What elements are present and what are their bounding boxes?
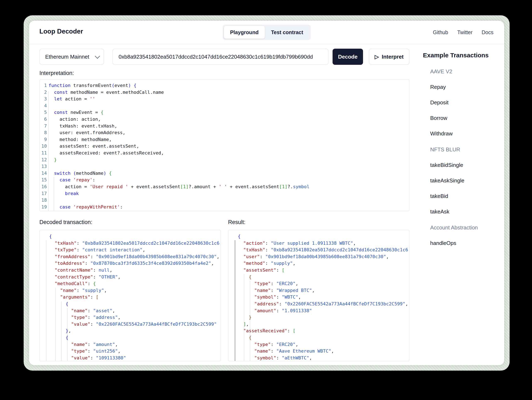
play-icon: ▷ [375,54,379,59]
sidebar-section-aave-v2: AAVE V2 Repay Deposit Borrow Withdraw [423,68,504,137]
sidebar-item-withdraw[interactable]: Withdraw [430,130,504,137]
header-links: Github Twitter Docs [433,21,494,44]
docs-link[interactable]: Docs [482,29,494,35]
sidebar-item-deposit[interactable]: Deposit [430,99,504,106]
header: Loop Decoder Playground Test contract Gi… [29,21,504,44]
example-transactions-sidebar: Example Transactions AAVE V2 Repay Depos… [423,52,504,246]
decoded-transaction-panel[interactable]: { "txHash": "0xb8a923541802ea5017ddccd2c… [39,230,221,361]
result-panel[interactable]: { "action": "User supplied 1.0911338 WBT… [228,230,410,361]
tab-test-contract[interactable]: Test contract [265,26,309,39]
sidebar-item-takebid[interactable]: takeBid [430,193,504,199]
network-select[interactable]: Ethereum Mainnet [39,49,104,65]
interpretation-label: Interpretation: [39,70,74,76]
interpretation-code-editor[interactable]: 1234567891011121314151617181920 function… [39,79,410,211]
decoded-transaction-json: { "txHash": "0xb8a923541802ea5017ddccd2c… [49,233,220,361]
result-json: { "action": "User supplied 1.0911338 WBT… [238,233,409,361]
app-window: Loop Decoder Playground Test contract Gi… [29,21,504,365]
sidebar-title: Example Transactions [423,52,504,59]
sidebar-item-borrow[interactable]: Borrow [430,115,504,121]
github-link[interactable]: Github [433,29,448,35]
section-label: NFTS BLUR [430,146,504,153]
indent-guide [46,240,46,361]
decoded-transaction-label: Decoded transaction: [39,219,92,226]
sidebar-item-takeask[interactable]: takeAsk [430,209,504,215]
editor-line-numbers: 1234567891011121314151617181920 [40,82,47,211]
sidebar-section-account-abstraction: Account Abstraction handleOps [423,224,504,246]
twitter-link[interactable]: Twitter [457,29,473,35]
app-title: Loop Decoder [39,28,83,35]
sidebar-item-repay[interactable]: Repay [430,84,504,90]
indent-guide [235,240,235,361]
interpret-button-label: Interpret [382,54,404,60]
network-select-value: Ethereum Mainnet [45,54,89,60]
sidebar-section-nfts-blur: NFTS BLUR takeBidSingle takeAskSingle ta… [423,146,504,215]
sidebar-item-handleops[interactable]: handleOps [430,240,504,246]
sidebar-item-takebidsingle[interactable]: takeBidSingle [430,162,504,168]
tab-playground[interactable]: Playground [224,26,265,39]
section-label: AAVE V2 [430,68,504,75]
editor-code: function transformEvent(event) { const m… [49,82,408,211]
result-label: Result: [228,219,246,226]
section-label: Account Abstraction [430,224,504,231]
decode-button[interactable]: Decode [333,49,363,65]
chevron-down-icon [95,53,100,59]
interpret-button[interactable]: ▷ Interpret [369,49,410,65]
mode-toggle: Playground Test contract [223,25,311,40]
sidebar-item-takeasksingle[interactable]: takeAskSingle [430,178,504,184]
tx-hash-input[interactable] [112,49,329,65]
